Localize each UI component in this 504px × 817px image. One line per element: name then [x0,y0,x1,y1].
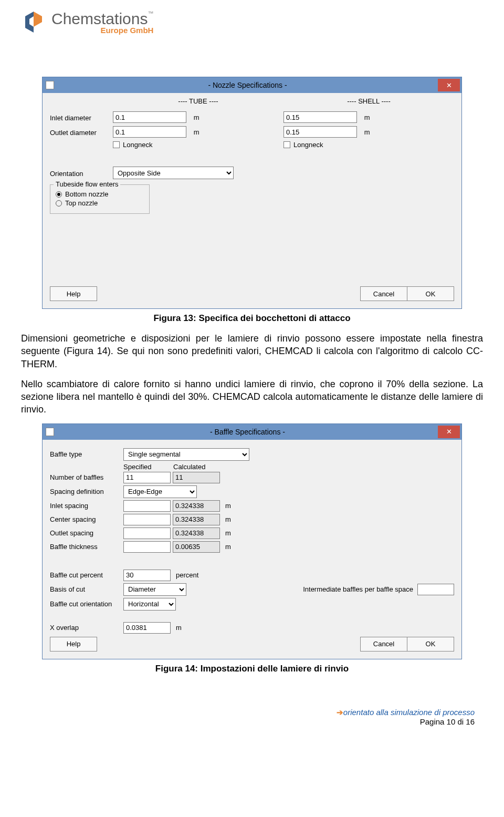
shell-inlet-input[interactable] [284,111,357,123]
num-baffles-calc [173,472,220,483]
orientation-select[interactable]: Opposite Side [113,167,234,179]
center-spacing-label: Center spacing [50,515,123,523]
baffle-thick-calc [173,541,220,553]
basis-cut-label: Basis of cut [50,585,123,593]
specified-header: Specified [123,463,173,471]
shell-longneck-checkbox[interactable]: Longneck [284,141,323,149]
baffle-type-select[interactable]: Single segmental [123,448,249,461]
figure-caption-14: Figura 14: Impostazioni delle lamiere di… [21,664,483,674]
dialog-title: - Baffle Specifications - [57,428,438,436]
tube-outlet-input[interactable] [113,126,186,138]
close-button[interactable]: ✕ [438,426,460,438]
nozzle-spec-dialog: - Nozzle Specifications - ✕ ---- TUBE --… [42,77,462,309]
inlet-label: Inlet diameter [50,112,113,122]
orientation-label: Orientation [50,168,113,178]
calculated-header: Calculated [173,463,223,471]
outlet-spacing-label: Outlet spacing [50,529,123,537]
interm-baffles-input[interactable] [417,584,454,595]
cut-orient-select[interactable]: Horizontal [123,598,176,611]
cut-orient-label: Baffle cut orientation [50,600,123,608]
baffle-thick-spec-input[interactable] [123,541,171,553]
help-button[interactable]: Help [50,286,97,301]
x-overlap-label: X overlap [50,624,123,632]
tube-inlet-input[interactable] [113,111,186,123]
ok-button[interactable]: OK [407,286,454,301]
percent-unit: percent [176,571,198,579]
logo-icon [21,9,46,35]
unit-label: m [225,502,231,510]
unit-label: m [225,515,231,523]
unit-label: m [194,113,200,121]
figure-caption-13: Figura 13: Specifica dei bocchettoni di … [21,313,483,324]
baffle-spec-dialog: - Baffle Specifications - ✕ Baffle type … [42,423,462,659]
unit-label: m [364,128,370,136]
outlet-spacing-calc [173,528,220,539]
body-text-2: Nello scambiatore di calore fornito si h… [21,378,483,416]
unit-label: m [225,543,231,551]
center-spacing-spec-input[interactable] [123,514,171,525]
cut-percent-input[interactable] [123,570,171,581]
num-baffles-spec-input[interactable] [123,472,171,483]
bottom-nozzle-radio[interactable]: Bottom nozzle [56,190,144,198]
center-spacing-calc [173,514,220,525]
outlet-label: Outlet diameter [50,127,113,137]
outlet-spacing-spec-input[interactable] [123,528,171,539]
baffle-thick-label: Baffle thickness [50,543,123,551]
body-text-1: Dimensioni geometriche e disposizioni pe… [21,332,483,370]
company-logo: Chemstations™ Europe GmbH [0,0,504,35]
interm-baffles-label: Intermediate baffles per baffle space [303,585,413,593]
page-number: Pagina 10 di 16 [0,717,504,726]
inlet-spacing-label: Inlet spacing [50,502,123,510]
cancel-button[interactable]: Cancel [360,286,407,301]
cut-percent-label: Baffle cut percent [50,571,123,579]
arrow-icon: ➔ [337,708,343,717]
group-legend: Tubeside flow enters [54,180,120,188]
tube-header: ---- TUBE ---- [113,97,284,105]
titlebar: - Nozzle Specifications - ✕ [43,77,461,93]
tube-longneck-checkbox[interactable]: Longneck [113,141,152,149]
logo-sub: Europe GmbH [101,26,154,35]
spacing-def-select[interactable]: Edge-Edge [123,485,197,498]
titlebar: - Baffle Specifications - ✕ [43,424,461,440]
unit-label: m [225,529,231,537]
basis-cut-select[interactable]: Diameter [123,583,186,596]
shell-outlet-input[interactable] [284,126,357,138]
cancel-button[interactable]: Cancel [360,637,407,651]
shell-header: ---- SHELL ---- [284,97,454,105]
tubeside-flow-group: Tubeside flow enters Bottom nozzle Top n… [50,184,150,214]
dialog-title: - Nozzle Specifications - [57,81,438,89]
app-icon [46,428,54,436]
x-overlap-input[interactable] [123,622,171,634]
help-button[interactable]: Help [50,637,97,651]
footer-tagline: ➔orientato alla simulazione di processo [0,708,504,717]
baffle-type-label: Baffle type [50,450,123,458]
spacing-def-label: Spacing definition [50,488,123,495]
num-baffles-label: Number of baffles [50,473,123,481]
close-button[interactable]: ✕ [438,79,460,91]
top-nozzle-radio[interactable]: Top nozzle [56,199,144,207]
unit-label: m [176,624,182,632]
unit-label: m [194,128,200,136]
inlet-spacing-calc [173,500,220,512]
inlet-spacing-spec-input[interactable] [123,500,171,512]
app-icon [46,81,54,89]
ok-button[interactable]: OK [407,637,454,651]
logo-name: Chemstations™ [51,10,153,28]
unit-label: m [364,113,370,121]
